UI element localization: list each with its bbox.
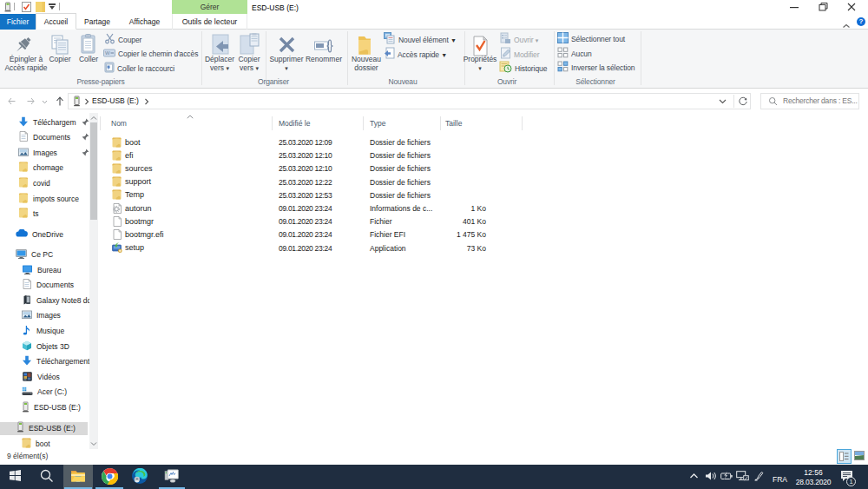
svg-text:W: W xyxy=(105,50,110,56)
